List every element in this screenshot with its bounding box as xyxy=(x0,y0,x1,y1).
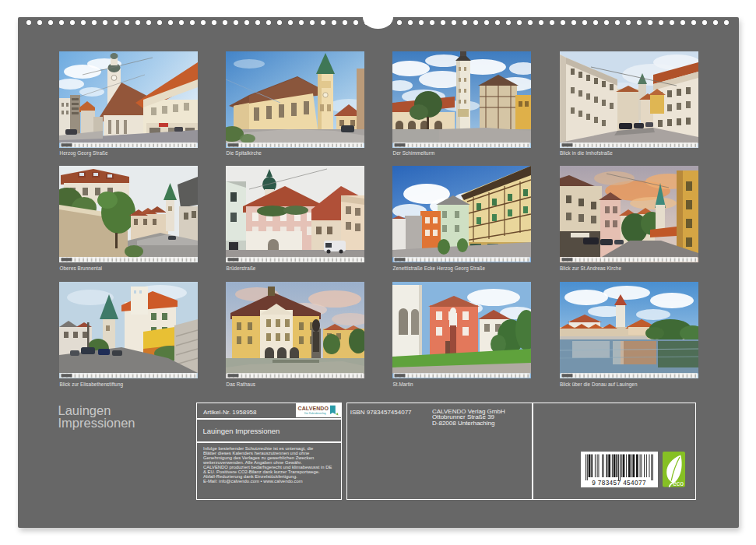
svg-text:eco: eco xyxy=(673,480,684,487)
svg-text:CALVENDO: CALVENDO xyxy=(298,406,329,412)
svg-text:9 783457 454077: 9 783457 454077 xyxy=(592,480,646,487)
svg-text:Der Kalenderverlag: Der Kalenderverlag xyxy=(304,412,326,415)
